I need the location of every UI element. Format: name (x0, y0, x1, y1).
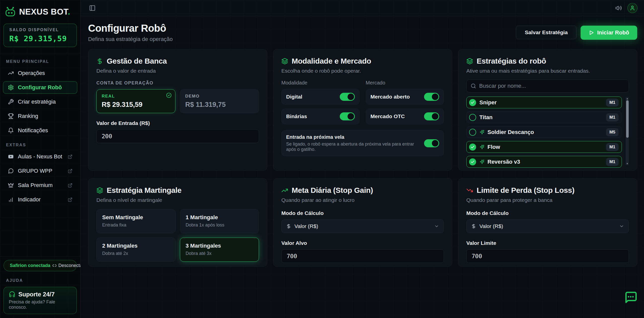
sidebar-item-label: Notificações (18, 127, 48, 134)
strategy-row-reversao-v3[interactable]: Reversão v3 M1 (466, 156, 622, 168)
sidebar-toggle-icon[interactable] (89, 5, 96, 11)
digital-toggle[interactable] (340, 93, 355, 101)
support-chat-icon[interactable] (623, 290, 638, 305)
mode-selected-value: Valor (R$) (294, 223, 318, 229)
sidebar-item-aulas[interactable]: Aulas - Nexus Bot (3, 150, 77, 163)
strategy-row-titan[interactable]: Titan M1 (466, 111, 622, 123)
martingale-option-1[interactable]: 1 Martingale Dobra 1x após loss (180, 209, 259, 233)
sidebar-item-sala-premium[interactable]: Sala Premium (3, 179, 77, 192)
sidebar-item-configurar-robo[interactable]: Configurar Robô (3, 81, 77, 94)
toggle-row-digital[interactable]: Digital (281, 89, 360, 105)
martingale-option-3[interactable]: 3 Martingales Dobra até 3x (180, 238, 259, 262)
unchecked-icon (469, 114, 476, 121)
timeframe-badge: M1 (606, 99, 619, 107)
external-link-icon (68, 183, 72, 188)
card-subtitle: Ative uma ou mais estratégias para busca… (466, 68, 629, 74)
start-robot-button[interactable]: Iniciar Robô (581, 26, 637, 40)
card-title: Meta Diária (Stop Gain) (292, 186, 373, 195)
brand-logo[interactable]: NEXUS BOT. (0, 0, 80, 23)
sidebar-item-indicador[interactable]: Indicador (3, 193, 77, 206)
balance-card: SALDO DISPONÍVEL R$ 29.315,59 (4, 24, 77, 47)
bell-icon (8, 127, 14, 133)
martingale-option-none[interactable]: Sem Martingale Entrada fixa (96, 209, 176, 233)
card-subtitle: Defina o valor de entrada (96, 68, 259, 74)
toggle-row-binarias[interactable]: Binárias (281, 109, 360, 124)
sidebar-item-grupo-wpp[interactable]: GRUPO WPP (3, 165, 77, 177)
dollar-icon (96, 58, 103, 65)
disconnect-button[interactable]: Desconectar (52, 263, 84, 268)
account-section-label: CONTA DE OPERAÇÃO (96, 80, 259, 86)
trophy-icon (8, 113, 14, 119)
extras-section-label: EXTRAS (0, 137, 80, 150)
next-candle-toggle[interactable] (424, 139, 439, 147)
main-menu: Operações Configurar Robô Criar estratég… (0, 67, 80, 137)
strategy-name: Reversão v3 (487, 159, 520, 165)
entry-value-input[interactable] (96, 129, 259, 143)
scroll-down-arrow[interactable]: ▼ (626, 162, 629, 165)
mercado-aberto-toggle[interactable] (424, 93, 439, 101)
entry-value-label: Valor de Entrada (R$) (96, 120, 259, 126)
scroll-up-arrow[interactable]: ▲ (626, 97, 629, 100)
balance-value: R$ 29.315,59 (9, 34, 71, 43)
card-title: Modalidade e Mercado (292, 57, 371, 65)
content: Configurar Robô Defina sua estratégia de… (81, 16, 644, 318)
mercado-otc-toggle[interactable] (424, 112, 439, 120)
robot-logo-icon (5, 6, 16, 18)
scrollbar-thumb[interactable] (626, 100, 629, 138)
main-area: Configurar Robô Defina sua estratégia de… (81, 0, 644, 318)
strategy-row-flow[interactable]: Flow M1 (466, 141, 622, 153)
sidebar-item-label: Criar estratégia (18, 99, 56, 105)
card-subtitle: Defina o nível de martingale (96, 197, 259, 203)
save-strategy-button[interactable]: Salvar Estratégia (516, 26, 576, 39)
next-candle-row[interactable]: Entrada na próxima vela Se ligado, o rob… (281, 130, 444, 156)
sidebar-item-label: Configurar Robô (18, 84, 62, 91)
headphones-icon (9, 291, 15, 298)
option-title: 3 Martingales (186, 243, 253, 249)
unchecked-icon (469, 129, 476, 136)
account-value: R$ 11.319,75 (185, 101, 254, 109)
layers-icon (466, 58, 473, 65)
account-value: R$ 29.315,59 (102, 101, 170, 109)
sidebar-item-notificacoes[interactable]: Notificações (3, 124, 77, 137)
gear-icon (8, 84, 14, 90)
mercado-column-label: Mercado (366, 80, 444, 86)
strategy-row-soldier-descanco[interactable]: Soldier Descanço M5 (466, 126, 622, 138)
strategy-scrollbar[interactable]: ▲ ▼ (626, 97, 629, 165)
start-robot-label: Iniciar Robô (597, 29, 629, 36)
brand-dot: . (68, 7, 70, 16)
option-title: 2 Martingales (102, 243, 170, 249)
limit-value-input[interactable] (466, 249, 629, 263)
strategy-list: Sniper M1 Titan M1 Soldier Descanço (466, 97, 629, 168)
mode-label: Modo de Cálculo (281, 210, 444, 216)
gain-mode-select[interactable]: Valor (R$) (281, 219, 444, 233)
external-link-icon (68, 197, 72, 202)
sidebar-item-label: Indicador (18, 196, 41, 203)
binarias-toggle[interactable] (340, 112, 355, 120)
account-demo-tile[interactable]: DEMO R$ 11.319,75 (180, 89, 259, 113)
brand-name: NEXUS BOT. (19, 7, 70, 17)
loss-mode-select[interactable]: Valor (R$) (466, 219, 629, 233)
account-real-tile[interactable]: REAL R$ 29.315,59 (96, 89, 175, 113)
support-card[interactable]: Suporte 24/7 Precisa de ajuda? Fale cono… (4, 287, 77, 314)
strategy-search-input[interactable] (479, 83, 625, 89)
layers-icon (96, 187, 103, 194)
target-value-input[interactable] (281, 249, 444, 263)
card-gestao-de-banca: Gestão de Banca Defina o valor de entrad… (88, 49, 267, 171)
martingale-option-2[interactable]: 2 Martingales Dobra até 2x (96, 238, 176, 262)
toggle-row-mercado-aberto[interactable]: Mercado aberto (366, 89, 444, 105)
card-martingale: Estratégia Martingale Defina o nível de … (88, 178, 267, 267)
strategy-row-sniper[interactable]: Sniper M1 (466, 97, 622, 108)
account-type: DEMO (185, 94, 254, 99)
page-header: Configurar Robô Defina sua estratégia de… (88, 23, 637, 42)
sound-icon[interactable] (615, 5, 622, 11)
sidebar-item-ranking[interactable]: Ranking (3, 110, 77, 122)
user-avatar[interactable] (627, 3, 637, 13)
sidebar-item-criar-estrategia[interactable]: Criar estratégia (3, 96, 77, 108)
timeframe-badge: M5 (606, 128, 619, 136)
card-title: Limite de Perda (Stop Loss) (477, 186, 575, 195)
limit-value-label: Valor Limite (466, 240, 629, 246)
menu-section-label: MENU PRINCIPAL (0, 53, 80, 67)
toggle-row-mercado-otc[interactable]: Mercado OTC (366, 109, 444, 124)
sidebar-item-operacoes[interactable]: Operações (3, 67, 77, 79)
user-icon (630, 5, 635, 11)
